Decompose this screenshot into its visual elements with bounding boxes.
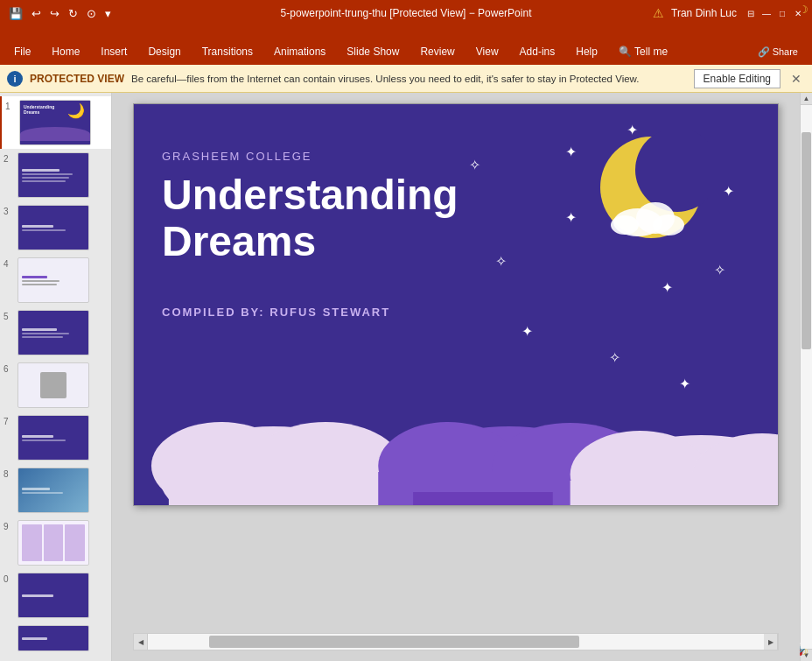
clouds-graphic [134, 330, 778, 505]
slide-thumb-5[interactable]: 5 [0, 306, 111, 359]
window-fullscreen-btn[interactable]: ⊟ [744, 6, 758, 20]
slide-num-5: 5 [4, 310, 14, 321]
tab-transitions[interactable]: Transitions [192, 39, 263, 65]
svg-rect-14 [413, 492, 553, 505]
slide-num-3: 3 [4, 205, 14, 216]
main-area: 1 UnderstandingDreams 🌙 2 [0, 93, 812, 661]
star-5: ✧ [495, 253, 507, 270]
slide-num-1: 1 [5, 100, 16, 111]
scroll-thumb-v[interactable] [802, 132, 811, 349]
tab-home[interactable]: Home [41, 39, 90, 65]
powerpoint-icon: 💾 [7, 5, 24, 22]
more-icon[interactable]: ▾ [103, 5, 113, 22]
slide-num-11 [4, 625, 14, 627]
scroll-up-arrow[interactable]: ▲ [801, 93, 812, 105]
slide-thumb-11[interactable] [0, 622, 111, 655]
svg-rect-18 [570, 481, 778, 505]
tab-review[interactable]: Review [410, 39, 465, 65]
tab-file[interactable]: File [4, 39, 41, 65]
star-8: ✧ [714, 262, 725, 278]
protected-bar-close[interactable]: ✕ [788, 70, 805, 88]
tab-design[interactable]: Design [137, 39, 191, 65]
slide-thumb-1[interactable]: 1 UnderstandingDreams 🌙 [0, 96, 111, 149]
slide-thumb-6[interactable]: 6 [0, 359, 111, 411]
tab-help[interactable]: Help [565, 39, 608, 65]
slide-thumb-10[interactable]: 0 🚀 [0, 569, 111, 622]
record-icon[interactable]: ⊙ [85, 5, 98, 22]
slide-img-8 [18, 468, 89, 513]
enable-editing-button[interactable]: Enable Editing [694, 69, 780, 88]
window-minimize-btn[interactable]: — [760, 6, 774, 20]
slide-college-text: GRASHEEM COLLEGE [162, 150, 312, 163]
slide-title-line1: Understanding [162, 172, 458, 218]
slide-img-7: ☽ [18, 415, 89, 461]
moon-graphic [585, 130, 708, 253]
slide-img-10: 🚀 [18, 573, 89, 618]
protected-message: Be careful—files from the Internet can c… [131, 74, 687, 84]
slide-img-2 [18, 152, 89, 198]
star-7: ✦ [662, 279, 673, 296]
title-filename: 5-powerpoint-trung-thu [Protected View] … [281, 7, 532, 19]
tab-insert[interactable]: Insert [90, 39, 137, 65]
slide-num-8: 8 [4, 468, 14, 479]
slide-img-1: UnderstandingDreams 🌙 [19, 100, 91, 145]
slide-img-6 [18, 362, 89, 408]
redo-icon[interactable]: ↪ [48, 5, 61, 22]
window-controls: ⊟ — □ ✕ [744, 6, 805, 20]
title-bar-center: 5-powerpoint-trung-thu [Protected View] … [281, 7, 532, 19]
slide-title-line2: Dreams [162, 218, 316, 264]
star-3: ✧ [469, 157, 480, 173]
protected-view-bar: i PROTECTED VIEW Be careful—files from t… [0, 65, 812, 93]
slide-num-2: 2 [4, 152, 14, 164]
share-button[interactable]: 🔗 Share [747, 39, 808, 65]
slide-thumb-8[interactable]: 8 [0, 464, 111, 517]
scroll-track-h[interactable] [148, 634, 764, 650]
slide-num-9: 9 [4, 520, 14, 531]
slide-title: Understanding Dreams [162, 172, 458, 265]
title-bar-left: 💾 ↩ ↪ ↻ ⊙ ▾ [7, 5, 113, 22]
repeat-icon[interactable]: ↻ [66, 5, 80, 22]
slide-thumb-3[interactable]: 3 ☽ [0, 201, 111, 254]
tab-tellme[interactable]: 🔍 Tell me [608, 39, 678, 65]
slide-panel[interactable]: 1 UnderstandingDreams 🌙 2 [0, 93, 112, 661]
tab-animations[interactable]: Animations [263, 39, 336, 65]
scroll-track-v[interactable] [801, 105, 812, 649]
content-area: GRASHEEM COLLEGE Understanding Dreams CO… [112, 93, 800, 661]
scroll-right-arrow[interactable]: ▶ [764, 634, 778, 650]
vertical-scrollbar[interactable]: ▲ ▼ [800, 93, 812, 661]
tab-slideshow[interactable]: Slide Show [336, 39, 410, 65]
title-bar: 💾 ↩ ↪ ↻ ⊙ ▾ 5-powerpoint-trung-thu [Prot… [0, 0, 812, 26]
horizontal-scrollbar[interactable]: ◀ ▶ [133, 633, 779, 650]
svg-rect-9 [169, 470, 396, 505]
star-4: ✦ [565, 209, 577, 226]
slide-thumb-7[interactable]: 7 ☽ [0, 411, 111, 464]
title-bar-right: ⚠ Tran Dinh Luc ⊟ — □ ✕ [653, 6, 805, 20]
star-9: ✦ [723, 183, 734, 200]
ribbon: File Home Insert Design Transitions Anim… [0, 26, 812, 65]
slide-num-7: 7 [4, 415, 14, 426]
protected-info-icon: i [7, 71, 23, 87]
slide-img-3: ☽ [18, 205, 89, 250]
slide-thumb-2[interactable]: 2 [0, 149, 111, 201]
protected-label: PROTECTED VIEW [30, 73, 124, 85]
slide-thumb-4[interactable]: 4 [0, 254, 111, 306]
slide-img-4 [18, 257, 89, 303]
slide-thumb-9[interactable]: 9 [0, 517, 111, 569]
star-1: ✦ [565, 144, 577, 160]
slide-num-4: 4 [4, 257, 14, 269]
slide-img-9 [18, 520, 89, 566]
slide-num-6: 6 [4, 362, 14, 374]
slide-canvas: GRASHEEM COLLEGE Understanding Dreams CO… [133, 103, 779, 506]
svg-point-5 [611, 215, 639, 235]
scroll-thumb-h[interactable] [209, 636, 578, 648]
scroll-left-arrow[interactable]: ◀ [134, 634, 148, 650]
tab-view[interactable]: View [466, 39, 509, 65]
slide-author: COMPILED BY: RUFUS STEWART [162, 306, 390, 319]
window-maximize-btn[interactable]: □ [775, 6, 789, 20]
undo-icon[interactable]: ↩ [30, 5, 43, 22]
tab-addins[interactable]: Add-ins [509, 39, 566, 65]
user-name: Tran Dinh Luc [671, 7, 737, 19]
svg-point-4 [653, 214, 684, 236]
slide-img-5 [18, 310, 89, 355]
warning-icon: ⚠ [653, 6, 664, 20]
